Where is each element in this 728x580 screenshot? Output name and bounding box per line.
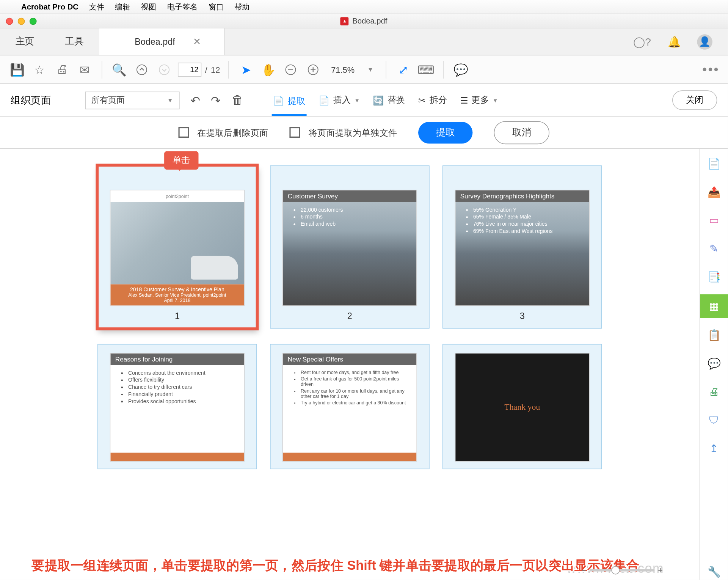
more-label: 更多 (471, 94, 489, 106)
slide3-b4: 69% From East and West regions (473, 228, 581, 234)
fit-icon[interactable]: ⤢ (395, 61, 413, 79)
page-thumb-5[interactable]: New Special Offers Rent four or more day… (270, 344, 430, 469)
select-tool-icon[interactable]: ➤ (237, 61, 255, 79)
insert-icon: 📄 (318, 95, 330, 105)
protect-icon[interactable]: 🛡 (706, 412, 722, 428)
main-toolbar: 💾 ☆ 🖨 ✉ 🔍 / 12 ➤ ✋ 71.5% ▼ ⤢ ⌨ (0, 55, 728, 84)
menu-file[interactable]: 文件 (89, 2, 105, 12)
delete-icon[interactable]: 🗑 (232, 93, 243, 107)
share-icon[interactable]: ↥ (706, 441, 722, 456)
comment-icon[interactable]: 💬 (452, 61, 470, 79)
menu-help[interactable]: 帮助 (234, 2, 250, 12)
split-icon: ✂ (418, 95, 426, 105)
slide4-b2: Offers flexibility (128, 377, 236, 383)
create-pdf-icon[interactable]: 📄 (706, 156, 722, 171)
replace-icon: 🔄 (373, 95, 384, 105)
page-total: 12 (211, 65, 220, 74)
page-down-icon[interactable] (155, 61, 173, 79)
page-thumb-3[interactable]: Survey Demographics Highlights 55% Gener… (442, 165, 602, 329)
window-titlebar: ▴ Bodea.pdf (0, 14, 728, 28)
tab-document[interactable]: Bodea.pdf ✕ (99, 28, 225, 55)
print-icon[interactable]: 🖨 (53, 61, 71, 79)
slide5-b2: Get a free tank of gas for 500 point2poi… (301, 376, 408, 387)
extract-cancel-button[interactable]: 取消 (494, 121, 549, 144)
read-mode-icon[interactable]: ⌨ (417, 61, 435, 79)
search-icon[interactable]: 🔍 (110, 61, 128, 79)
insert-button[interactable]: 📄 插入 ▼ (317, 92, 361, 108)
page-range-dropdown[interactable]: 所有页面 ▼ (85, 91, 179, 109)
thumbnail-area[interactable]: 单击 point2point 2018 Customer Survey & In… (0, 149, 700, 580)
menu-esign[interactable]: 电子签名 (167, 2, 198, 12)
tab-close-icon[interactable]: ✕ (193, 36, 201, 47)
slide4-b4: Financially prudent (128, 391, 236, 397)
tab-tools[interactable]: 工具 (50, 28, 99, 55)
scan-icon[interactable]: 🖨 (706, 384, 722, 400)
export-pdf-icon[interactable]: 📤 (706, 184, 722, 200)
combine-icon[interactable]: 📑 (706, 269, 722, 285)
organize-toolbar: 组织页面 所有页面 ▼ ↶ ↷ 🗑 📄 提取 📄 插入 ▼ 🔄 替换 ✂ 拆分 … (0, 84, 728, 117)
replace-label: 替换 (388, 94, 405, 106)
page-thumb-2[interactable]: Customer Survey 22,000 customers 6 month… (270, 165, 430, 329)
extract-confirm-button[interactable]: 提取 (418, 122, 472, 144)
slide1-title: 2018 Customer Survey & Incentive Plan (111, 287, 243, 293)
slide3-b1: 55% Generation Y (473, 207, 581, 213)
thumb-zoom-slider[interactable]: − + (578, 566, 667, 575)
redact-icon[interactable]: 📋 (706, 327, 722, 343)
settings-icon[interactable]: 🔧 (706, 564, 722, 580)
more-button[interactable]: ☰ 更多 ▼ (459, 92, 499, 108)
avatar[interactable]: 👤 (697, 34, 712, 50)
window-title: Bodea.pdf (352, 17, 387, 25)
slide3-title: Survey Demographics Highlights (455, 190, 589, 202)
separate-files-checkbox[interactable]: 将页面提取为单独文件 (289, 127, 397, 138)
zoom-in-icon[interactable] (304, 61, 322, 79)
rotate-left-icon[interactable]: ↶ (190, 93, 200, 107)
thumb-number: 2 (282, 311, 417, 321)
menu-window[interactable]: 窗口 (209, 2, 224, 12)
close-organize-button[interactable]: 关闭 (672, 90, 717, 110)
organize-pages-icon[interactable]: ▦ (700, 294, 728, 318)
split-button[interactable]: ✂ 拆分 (417, 92, 449, 108)
page-number-input[interactable] (178, 62, 201, 76)
delete-after-checkbox[interactable]: 在提取后删除页面 (178, 127, 268, 138)
help-icon[interactable]: ◯? (633, 35, 651, 48)
replace-button[interactable]: 🔄 替换 (372, 92, 406, 108)
app-name[interactable]: Acrobat Pro DC (21, 2, 78, 11)
extract-button[interactable]: 📄 提取 (272, 93, 307, 115)
slide4-b5: Provides social opportunities (128, 398, 236, 404)
sign-icon[interactable]: ✎ (706, 241, 722, 257)
checkbox-icon (178, 127, 189, 137)
zoom-minus-icon[interactable]: − (578, 566, 590, 575)
bell-icon[interactable]: 🔔 (668, 35, 681, 48)
zoom-plus-icon[interactable]: + (654, 566, 666, 575)
menu-view[interactable]: 视图 (141, 2, 157, 12)
slide1-brand: point2point (110, 190, 244, 202)
mail-icon[interactable]: ✉ (75, 61, 93, 79)
organize-title: 组织页面 (11, 93, 51, 107)
tab-bar: 主页 工具 Bodea.pdf ✕ ◯? 🔔 👤 (0, 28, 728, 56)
right-sidebar: 📄 📤 ▭ ✎ 📑 ▦ 📋 💬 🖨 🛡 ↥ 🔧 (700, 149, 728, 580)
comment-tool-icon[interactable]: 💬 (706, 356, 722, 371)
page-thumb-4[interactable]: Reasons for Joining Concerns about the e… (97, 344, 257, 469)
star-icon[interactable]: ☆ (31, 61, 49, 79)
tab-home[interactable]: 主页 (0, 28, 50, 55)
slide3-b3: 76% Live in or near major cities (473, 221, 581, 227)
slide4-b3: Chance to try different cars (128, 384, 236, 390)
hand-tool-icon[interactable]: ✋ (260, 61, 278, 79)
instruction-overlay: 要提取一组连续页面，单击要提取的第一页，然后按住 Shift 键并单击要提取的最… (0, 556, 671, 575)
content-area: 单击 point2point 2018 Customer Survey & In… (0, 149, 728, 580)
callout-label: 单击 (164, 151, 198, 170)
page-up-icon[interactable] (133, 61, 151, 79)
svg-point-0 (137, 64, 147, 74)
page-range-value: 所有页面 (91, 95, 124, 105)
zoom-out-icon[interactable] (282, 61, 300, 79)
slide2-b1: 22,000 customers (301, 207, 408, 213)
rotate-right-icon[interactable]: ↷ (211, 93, 221, 107)
menu-edit[interactable]: 编辑 (115, 2, 130, 12)
slide5-b4: Try a hybrid or electric car and get a 3… (301, 400, 408, 406)
more-tools-icon[interactable]: ••• (702, 62, 719, 77)
edit-pdf-icon[interactable]: ▭ (706, 213, 722, 228)
page-thumb-1[interactable]: point2point 2018 Customer Survey & Incen… (97, 165, 257, 329)
page-thumb-6[interactable]: Thank you (442, 344, 602, 469)
save-icon[interactable]: 💾 (8, 61, 26, 79)
zoom-dropdown[interactable]: 71.5% ▼ (327, 63, 377, 76)
